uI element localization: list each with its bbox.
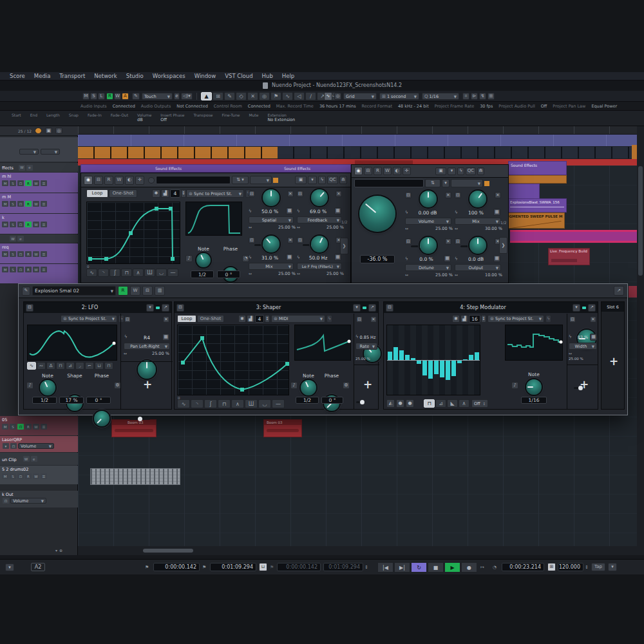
info-field[interactable]: Mute <box>249 113 258 122</box>
wave-comb-icon[interactable]: Ш <box>245 399 258 408</box>
status-value[interactable]: Connected <box>113 104 135 109</box>
automation-parameter-select[interactable]: Volume▼ <box>18 443 54 449</box>
track-row-audio[interactable]: m M M S ⊡ R W ☰ <box>0 193 78 213</box>
wave-decay-icon[interactable]: ◝ <box>191 399 204 408</box>
info-field[interactable]: Fade-Out <box>111 113 128 122</box>
main-mod-knob[interactable] <box>359 196 395 232</box>
keyboard-icon[interactable]: ▦ <box>162 334 169 341</box>
curve-mode-icon[interactable]: ϟ <box>249 209 252 214</box>
step-ramp-down-icon[interactable]: ◣ <box>447 399 458 408</box>
remove-icon[interactable]: ✕ <box>445 238 451 245</box>
curve-mode-icon[interactable]: ϟ <box>297 255 300 260</box>
loop-tab[interactable]: Loop <box>177 315 196 323</box>
step-bar[interactable] <box>451 325 457 395</box>
read-button[interactable]: R <box>25 473 32 479</box>
chevron-down-icon[interactable]: ▾ <box>442 179 450 187</box>
step-count-field[interactable]: 4 <box>255 315 264 323</box>
snap-icon[interactable]: ✱ <box>238 315 246 323</box>
trash-icon[interactable]: ▥ <box>155 286 165 296</box>
target-select[interactable]: Detune▼ <box>405 264 451 271</box>
clip-midi[interactable] <box>90 468 180 485</box>
lock-icon[interactable]: ⋒ <box>339 176 347 184</box>
workspace-icon[interactable]: ↯ <box>479 93 486 100</box>
bypass-icon[interactable]: ⊟ <box>386 304 393 312</box>
wave-bump-icon[interactable]: ∿ <box>177 399 190 408</box>
read-button[interactable]: R <box>25 424 32 430</box>
cycle-mode-select[interactable]: ▼ <box>19 149 39 155</box>
step-bar[interactable] <box>399 325 404 395</box>
remove-icon[interactable]: ✕ <box>336 191 342 197</box>
transport-options-icon[interactable]: ▾ <box>5 564 14 571</box>
chevron-down-icon[interactable]: ▾ <box>448 167 456 175</box>
lfo-saw-icon[interactable]: ⊿ <box>66 362 75 370</box>
tap-tempo-button[interactable]: Tap <box>591 563 605 571</box>
shape-value-field[interactable]: 17 % <box>59 397 84 404</box>
note-knob[interactable] <box>196 253 211 267</box>
edit-icon[interactable]: e <box>31 456 37 462</box>
remove-icon[interactable]: ✕ <box>590 316 596 323</box>
monitor-icon[interactable]: ⊡ <box>17 222 24 227</box>
bypass-icon[interactable]: ⊟ <box>26 304 33 312</box>
bypass-icon[interactable]: ⊟ <box>364 167 372 175</box>
curve-mode-icon[interactable]: ϟ <box>455 256 458 261</box>
keyboard-icon[interactable]: ▦ <box>334 207 341 214</box>
step-square-icon[interactable]: ⊓ <box>424 399 435 408</box>
one-shot-tab[interactable]: One-Shot <box>109 189 137 198</box>
left-locator-flag-icon[interactable]: ⚑ <box>145 565 149 570</box>
clip-purple-strip[interactable]: Sound Effects Sound Effects <box>80 164 351 173</box>
quick-controls-button[interactable]: QC <box>466 167 476 175</box>
solo-button[interactable]: S <box>10 473 16 479</box>
maximize-icon[interactable]: ↗ <box>614 286 624 296</box>
bypass-icon[interactable]: ⊟ <box>249 237 255 243</box>
keyboard-icon[interactable]: ▦ <box>286 207 293 214</box>
dot-b-icon[interactable]: ● <box>406 399 414 408</box>
status-value[interactable]: Connected <box>248 104 270 109</box>
target-select[interactable]: Rate▼ <box>355 343 377 350</box>
write-button[interactable]: W <box>33 201 39 207</box>
keyboard-icon[interactable]: ▦ <box>444 255 451 262</box>
write-automation-button[interactable]: W <box>114 93 121 100</box>
amount-knob[interactable] <box>420 237 437 254</box>
menu-studio[interactable]: Studio <box>122 73 148 79</box>
lfo-step-down-icon[interactable]: ⊓ <box>104 362 113 370</box>
right-locator-time[interactable]: 0:01:09.294 <box>210 563 256 571</box>
note-value-field[interactable]: 1/2 <box>32 397 57 404</box>
amount-slider[interactable] <box>129 418 150 420</box>
remove-icon[interactable]: ✕ <box>445 192 451 198</box>
track-filter-icon[interactable]: ▣ <box>45 128 52 134</box>
mute-button[interactable]: M <box>2 424 8 430</box>
track-row-audio[interactable]: k M S ⊡ R W ☰ <box>0 214 78 234</box>
grid-type-select[interactable]: Grid▼ <box>343 93 377 100</box>
target-select[interactable]: Mix▼ <box>455 218 501 225</box>
bypass-icon[interactable]: ⊟ <box>569 316 576 323</box>
write-button[interactable]: W <box>383 167 392 175</box>
switch-ab-icon[interactable]: ϟ <box>457 167 464 175</box>
status-value[interactable]: 30 fps <box>480 104 493 109</box>
channel-icon[interactable]: ☰ <box>41 251 47 257</box>
solo-button[interactable]: S <box>10 251 16 257</box>
read-button[interactable]: R <box>25 222 32 227</box>
menu-transport[interactable]: Transport <box>55 73 90 79</box>
keyboard-icon[interactable]: ▦ <box>493 255 500 262</box>
bypass-icon[interactable]: ⊟ <box>176 304 184 312</box>
keyboard-icon[interactable]: ▦ <box>286 254 293 261</box>
clip-orange-band[interactable] <box>508 175 567 184</box>
time-sig-select[interactable]: ▾ <box>608 563 617 571</box>
grid-time-select[interactable]: ⊞ 1 second▼ <box>379 93 419 100</box>
lfo-ramp-icon[interactable]: ◞ <box>75 362 84 370</box>
clip-magenta-band[interactable] <box>510 230 637 243</box>
cycle-button[interactable]: ↻ <box>411 562 427 573</box>
bypass-icon[interactable]: ⊟ <box>356 316 363 323</box>
lfo-pulse-icon[interactable]: ⌐ <box>85 362 94 370</box>
sync-mode-select[interactable]: ⊛ Sync to Project St.▼ <box>488 315 544 323</box>
power-icon[interactable]: ◉ <box>354 167 363 175</box>
remove-icon[interactable]: ✕ <box>495 192 501 198</box>
wave-bump-icon[interactable]: ∿ <box>86 269 97 277</box>
lock-icon[interactable]: ⋒ <box>477 167 484 175</box>
amount-knob[interactable] <box>311 189 328 206</box>
remove-icon[interactable]: ✕ <box>163 316 169 323</box>
channel-icon[interactable]: ☰ <box>41 201 47 207</box>
wave-dip-icon[interactable]: ◡ <box>258 399 271 408</box>
keyboard-icon[interactable]: ▦ <box>493 209 500 216</box>
dot-a-icon[interactable]: ● <box>396 399 404 408</box>
